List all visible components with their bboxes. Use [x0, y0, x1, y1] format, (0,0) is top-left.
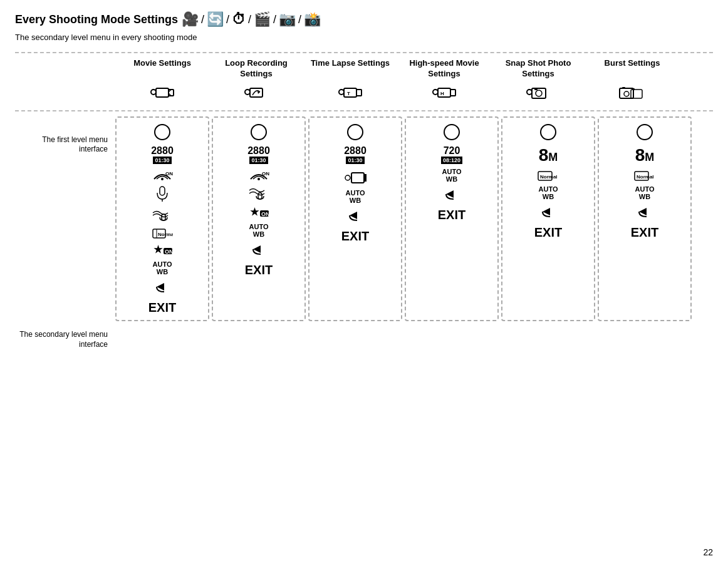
timelapse-icon: ⏱: [232, 11, 246, 28]
svg-point-18: [536, 90, 542, 96]
movie-normal: Normal: [152, 227, 173, 239]
burst-back: [635, 204, 654, 219]
svg-text:ON: ON: [261, 211, 269, 217]
svg-rect-28: [160, 187, 165, 195]
movie-wifi: ON: [152, 168, 173, 182]
title-icons: 🎥 / 🔄 / ⏱ / 🎬 / 📷 / 📸: [182, 11, 321, 28]
timelapse-circle: [346, 123, 365, 142]
col-header-highspeed: High-speed Movie Settings: [397, 58, 491, 80]
burst-normal: Normal: [633, 169, 656, 182]
svg-rect-24: [632, 88, 635, 90]
movie-circle: [153, 123, 172, 142]
col-header-snapshot: Snap Shot Photo Settings: [491, 58, 585, 80]
snapshot-icon: 📷: [279, 11, 296, 28]
highspeed-res: 720 08:120: [441, 145, 462, 164]
col-header-timelapse: Time Lapse Settings: [303, 58, 397, 69]
burst-exit[interactable]: EXIT: [631, 225, 658, 240]
movie-column: 2880 01:30 ON: [115, 116, 209, 321]
timelapse-camera: [344, 168, 367, 185]
svg-rect-6: [250, 88, 263, 97]
svg-rect-13: [438, 88, 450, 97]
burst-circle: [635, 123, 654, 142]
loop-exit[interactable]: EXIT: [245, 263, 273, 277]
svg-text:H: H: [440, 91, 444, 96]
svg-point-16: [527, 90, 532, 95]
snapshot-exit[interactable]: EXIT: [534, 225, 562, 240]
first-level-label: The first level menu interface: [15, 135, 108, 155]
snapshot-circle: [539, 123, 558, 142]
movie-res: 2880 01:30: [151, 145, 174, 164]
divider-mid: [15, 110, 713, 111]
svg-text:★: ★: [153, 244, 163, 255]
column-top-icons: T H: [115, 83, 713, 105]
svg-point-5: [245, 90, 250, 95]
svg-rect-1: [156, 88, 169, 97]
highspeed-circle: [442, 123, 461, 142]
snapshot-normal: Normal: [537, 169, 559, 182]
svg-rect-9: [344, 88, 356, 97]
movie-back: [153, 279, 172, 294]
snapshot-megapixel: 8M: [539, 145, 558, 165]
highspeed-exit[interactable]: EXIT: [438, 208, 465, 222]
svg-text:ON: ON: [165, 249, 172, 255]
col-header-movie: Movie Settings: [115, 58, 209, 69]
svg-text:★: ★: [250, 207, 259, 217]
loop-column: 2880 01:30 ON: [212, 116, 306, 321]
page-subtitle: The secondary level menu in every shooti…: [15, 33, 713, 42]
svg-rect-40: [258, 193, 262, 199]
svg-point-45: [345, 175, 350, 180]
col-header-loop: Loop Recording Settings: [209, 58, 303, 80]
loop-res: 2880 01:30: [247, 145, 270, 164]
movie-mic: [155, 185, 170, 203]
burst-top-icon: [585, 83, 679, 105]
burst-icon: 📸: [304, 11, 321, 28]
snapshot-auto-wb: AUTOWB: [539, 185, 558, 200]
loop-auto-wb: AUTOWB: [249, 223, 269, 238]
highspeed-top-icon: H: [397, 83, 491, 105]
svg-rect-21: [622, 87, 625, 89]
page-title: Every Shooting Mode Settings 🎥 / 🔄 / ⏱ /…: [15, 11, 713, 28]
svg-rect-2: [169, 90, 174, 96]
svg-rect-14: [450, 90, 455, 96]
movie-star-on: ★ ON: [152, 243, 172, 257]
svg-text:ON: ON: [165, 171, 173, 177]
secondary-level-label: The secondary level menu interface: [15, 330, 108, 349]
svg-point-26: [161, 178, 164, 180]
burst-column: 8M Normal AUTOWB EXIT: [598, 116, 692, 321]
snapshot-top-icon: [491, 83, 585, 105]
movie-icon: 🎥: [182, 11, 199, 28]
loop-wifi: ON: [248, 168, 269, 182]
svg-text:Normal: Normal: [158, 232, 173, 237]
content-area: The first level menu interface The secon…: [15, 116, 713, 349]
movie-auto-wb: AUTOWB: [153, 260, 172, 275]
timelapse-column: 2880 01:30 AUTOWB: [308, 116, 402, 321]
highspeed-auto-wb: AUTOWB: [442, 168, 462, 183]
timelapse-top-icon: T: [303, 83, 397, 105]
svg-text:T: T: [347, 91, 350, 96]
movie-top-icon: [115, 83, 209, 105]
svg-point-38: [257, 178, 260, 180]
loop-circle: [249, 123, 268, 142]
svg-point-22: [624, 91, 629, 96]
timelapse-exit[interactable]: EXIT: [341, 229, 369, 244]
svg-rect-23: [631, 90, 642, 98]
svg-text:ON: ON: [262, 171, 269, 177]
col-header-burst: Burst Settings: [585, 58, 679, 69]
loop-back: [249, 242, 268, 257]
svg-text:Normal: Normal: [637, 174, 654, 180]
burst-auto-wb: AUTOWB: [635, 185, 655, 200]
svg-point-0: [151, 90, 156, 95]
burst-megapixel: 8M: [635, 145, 655, 165]
svg-rect-10: [356, 90, 361, 96]
divider-top: [15, 52, 713, 53]
loop-top-icon: [209, 83, 303, 105]
snapshot-back: [539, 204, 558, 219]
loop-icon: 🔄: [207, 11, 224, 28]
columns-row: 2880 01:30 ON: [115, 116, 692, 321]
movie-wind-mic: [152, 207, 173, 223]
column-headers: Movie Settings Loop Recording Settings T…: [115, 58, 713, 80]
svg-point-51: [541, 125, 556, 140]
timelapse-res: 2880 01:30: [344, 145, 367, 164]
movie-exit[interactable]: EXIT: [148, 301, 176, 315]
svg-rect-46: [351, 173, 364, 183]
